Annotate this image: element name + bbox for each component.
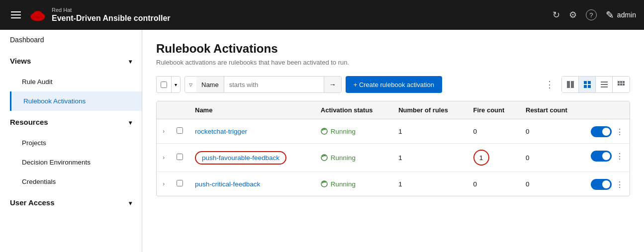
sidebar-item-rulebook-activations[interactable]: Rulebook Activations: [10, 91, 142, 111]
row-actions-3: ⋮: [585, 172, 630, 196]
create-rulebook-button[interactable]: + Create rulebook activation: [346, 76, 442, 93]
row-actions-1: ⋮: [585, 119, 630, 143]
brand-text: Red Hat Event-Driven Ansible controller: [52, 7, 171, 23]
row-check-2[interactable]: [171, 144, 189, 172]
select-all-checkbox[interactable]: [157, 77, 172, 92]
sidebar-item-rule-audit[interactable]: Rule Audit: [10, 72, 142, 91]
row-toggle-2[interactable]: [591, 151, 612, 162]
fire-count-highlight-2: 1: [473, 150, 489, 166]
page-title: Rulebook Activations: [156, 42, 630, 56]
view-split-button[interactable]: [562, 77, 579, 92]
sidebar-rule-audit-label: Rule Audit: [22, 78, 53, 85]
row-name-1: rocketchat-trigger: [189, 119, 315, 144]
row-check-3[interactable]: [171, 172, 189, 196]
row-expand-3[interactable]: ›: [157, 172, 171, 196]
row-kebab-3[interactable]: ⋮: [616, 180, 624, 189]
layout: Dashboard Views Rule Audit Rulebook Acti…: [0, 30, 644, 252]
sidebar-item-projects[interactable]: Projects: [10, 133, 142, 153]
row-expand-1[interactable]: ›: [157, 119, 171, 144]
row-status-cell-1: Running: [321, 128, 386, 135]
select-all-arrow[interactable]: ▾: [172, 77, 180, 92]
svg-rect-4: [584, 81, 587, 84]
row-name-link-3[interactable]: push-critical-feedback: [195, 180, 260, 188]
svg-rect-10: [601, 86, 608, 87]
sidebar-section-resources[interactable]: Resources: [0, 111, 142, 133]
sidebar-views-label: Views: [10, 57, 31, 65]
col-status: Activation status: [315, 101, 392, 119]
table-header: Name Activation status Number of rules F…: [157, 101, 630, 119]
row-check-1[interactable]: [171, 119, 189, 144]
svg-rect-3: [571, 81, 574, 88]
table-row: › rocketchat-trigger: [157, 119, 630, 144]
row-toggle-3[interactable]: [591, 179, 612, 190]
filter-go-button[interactable]: →: [324, 77, 341, 92]
row-restart-count-2: 0: [520, 144, 585, 172]
col-name: Name: [189, 101, 315, 119]
redhat-logo: [29, 6, 47, 24]
row-name-link-1[interactable]: rocketchat-trigger: [195, 128, 247, 135]
row-restart-count-1: 0: [520, 119, 585, 144]
row-status-text-1: Running: [331, 128, 356, 135]
svg-rect-9: [601, 84, 608, 85]
row-fire-count-2: 1: [467, 144, 520, 172]
row-status-1: Running: [315, 119, 392, 144]
row-num-rules-3: 1: [392, 172, 467, 196]
view-grid-button[interactable]: [579, 77, 596, 92]
view-list-button[interactable]: [596, 77, 613, 92]
sidebar-item-dashboard[interactable]: Dashboard: [0, 30, 142, 50]
settings-icon[interactable]: ⚙: [569, 9, 577, 20]
sidebar-views-chevron: [129, 57, 132, 65]
svg-rect-13: [623, 81, 625, 83]
filter-input[interactable]: [224, 77, 324, 92]
sidebar-resources-sub: Projects Decision Environments Credentia…: [0, 133, 142, 191]
row-status-2: Running: [315, 144, 392, 172]
sidebar-credentials-label: Credentials: [22, 178, 56, 185]
row-kebab-2[interactable]: ⋮: [616, 152, 624, 161]
brand-main: Event-Driven Ansible controller: [52, 13, 171, 23]
sidebar-section-views[interactable]: Views: [0, 50, 142, 72]
sidebar-projects-label: Projects: [22, 139, 46, 147]
sidebar-resources-label: Resources: [10, 118, 48, 126]
sidebar-item-decision-environments[interactable]: Decision Environments: [10, 153, 142, 172]
running-icon-3: [321, 180, 328, 187]
sidebar-item-credentials[interactable]: Credentials: [10, 172, 142, 191]
sidebar-dashboard-label: Dashboard: [10, 36, 44, 44]
sidebar: Dashboard Views Rule Audit Rulebook Acti…: [0, 30, 142, 252]
col-num-rules: Number of rules: [392, 101, 467, 119]
help-icon[interactable]: ?: [586, 9, 597, 20]
view-card-button[interactable]: [613, 77, 630, 92]
row-checkbox-1[interactable]: [177, 127, 183, 134]
more-options-button[interactable]: ⋮: [542, 77, 557, 92]
sidebar-views-sub: Rule Audit Rulebook Activations: [0, 72, 142, 111]
row-status-text-3: Running: [331, 180, 356, 188]
navbar-username: admin: [617, 11, 636, 19]
row-restart-count-3: 0: [520, 172, 585, 196]
filter-name-label: Name: [196, 77, 224, 92]
row-status-text-2: Running: [331, 154, 356, 162]
row-name-link-2[interactable]: push-favourable-feedback: [195, 151, 286, 165]
select-all-input[interactable]: [161, 82, 167, 88]
sidebar-section-user-access[interactable]: User Access: [0, 191, 142, 214]
row-checkbox-2[interactable]: [177, 154, 183, 160]
row-expand-2[interactable]: ›: [157, 144, 171, 172]
activations-table: Name Activation status Number of rules F…: [157, 101, 630, 196]
select-all-dropdown[interactable]: ▾: [156, 76, 181, 93]
row-fire-count-3: 0: [467, 172, 520, 196]
col-restart-count: Restart count: [520, 101, 585, 119]
row-toggle-1[interactable]: [591, 126, 612, 137]
svg-rect-5: [588, 81, 591, 84]
row-actions-2: ⋮: [585, 144, 630, 168]
row-kebab-1[interactable]: ⋮: [616, 127, 624, 137]
toolbar: ▾ ▿ Name → + Create rulebook activation …: [156, 76, 630, 93]
col-fire-count: Fire count: [467, 101, 520, 119]
svg-point-1: [33, 11, 42, 17]
refresh-icon[interactable]: ↻: [552, 9, 560, 20]
navbar: Red Hat Event-Driven Ansible controller …: [0, 0, 644, 30]
activations-table-wrapper: Name Activation status Number of rules F…: [156, 101, 630, 196]
sidebar-decision-environments-label: Decision Environments: [22, 159, 91, 166]
table-row: › push-favourable-feedback: [157, 144, 630, 172]
sidebar-rulebook-activations-label: Rulebook Activations: [23, 97, 86, 105]
hamburger-menu[interactable]: [8, 8, 24, 21]
navbar-user[interactable]: ✎ admin: [606, 9, 636, 21]
row-checkbox-3[interactable]: [177, 180, 183, 186]
